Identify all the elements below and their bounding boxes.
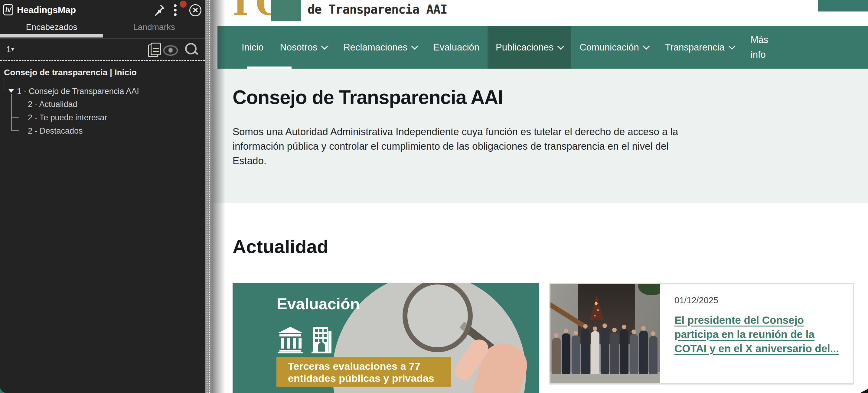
caret-down-icon: ▾: [11, 46, 14, 52]
nav-item-mas-info[interactable]: Más info: [743, 26, 789, 69]
document-title: Consejo de transparencia | Inicio: [4, 68, 137, 77]
tree-item-h2[interactable]: 2 - Destacados: [28, 126, 83, 136]
chevron-down-icon: [643, 43, 650, 50]
website-page: TC de Transparencia AAI Inicio Nosotros …: [212, 0, 868, 393]
nav-item-transparencia[interactable]: Transparencia: [657, 26, 743, 69]
eye-icon[interactable]: [163, 45, 178, 56]
nav-item-evaluacion[interactable]: Evaluación: [425, 26, 488, 69]
menu-kebab-icon[interactable]: [174, 4, 177, 17]
article-date: 01/12/2025: [675, 295, 718, 305]
close-icon[interactable]: ✕: [189, 4, 202, 16]
magnifier-icon: [403, 283, 473, 352]
banner-text: Terceras evaluaciones a 77 entidades púb…: [288, 360, 445, 384]
resize-grip-dots: [207, 0, 208, 393]
main-nav: Inicio Nosotros Reclamaciones Evaluación…: [217, 26, 868, 69]
notification-dot: [180, 1, 187, 7]
tree-connector: [11, 94, 12, 131]
divider: [0, 60, 205, 61]
nav-label: Evaluación: [433, 42, 479, 53]
tree-connector: [11, 117, 19, 118]
nav-label: Transparencia: [665, 42, 725, 53]
nav-item-publicaciones[interactable]: Publicaciones: [488, 26, 571, 69]
nav-item-comunicacion[interactable]: Comunicación: [571, 26, 657, 69]
panel-tabs: Encabezados Landmarks: [0, 21, 205, 39]
entity-icons: [278, 327, 332, 353]
copy-icon[interactable]: [148, 43, 161, 57]
tree-item-h2[interactable]: 2 - Te puede interesar: [28, 113, 107, 123]
site-header: TC de Transparencia AAI: [212, 0, 868, 26]
nav-item-inicio[interactable]: Inicio: [234, 26, 272, 69]
article-card[interactable]: 01/12/2025 El presidente del Consejo par…: [549, 283, 854, 385]
chevron-down-icon: [411, 43, 418, 50]
tab-encabezados[interactable]: Encabezados: [0, 22, 103, 32]
nav-label: Publicaciones: [496, 42, 554, 53]
nav-item-nosotros[interactable]: Nosotros: [272, 26, 335, 69]
nav-label: Comunicación: [580, 42, 639, 53]
headingsmap-panel: h/ HeadingsMap ✕ Encabezados Landmarks 1…: [0, 0, 205, 393]
bank-icon: [278, 327, 303, 353]
header-action-button[interactable]: [818, 0, 868, 11]
building-icon: [311, 327, 332, 353]
level-value: 1: [6, 44, 11, 54]
article-photo: [551, 284, 660, 383]
screen: TC de Transparencia AAI Inicio Nosotros …: [0, 0, 868, 393]
logo-square: [271, 0, 301, 21]
nav-item-reclamaciones[interactable]: Reclamaciones: [335, 26, 425, 69]
heading-level-selector[interactable]: 1▾: [6, 44, 14, 55]
section-title: Actualidad: [232, 236, 329, 257]
nav-label: Reclamaciones: [343, 42, 407, 53]
tree-item-h1[interactable]: 1 - Consejo de Transparencia AAI: [17, 87, 139, 96]
tree-connector: [11, 104, 19, 104]
tree-connector: [4, 78, 4, 91]
panel-title: HeadingsMap: [17, 5, 76, 15]
active-tab-underline: [0, 34, 103, 37]
headingsmap-logo-icon: h/: [3, 4, 13, 15]
feature-card-banner: Terceras evaluaciones a 77 entidades púb…: [276, 357, 451, 387]
pin-icon[interactable]: [152, 4, 165, 17]
search-icon[interactable]: [185, 42, 198, 57]
feature-card-evaluacion[interactable]: Evaluación: [232, 283, 539, 393]
tab-landmarks[interactable]: Landmarks: [103, 22, 205, 32]
tree-connector: [11, 130, 19, 131]
photo-group-of-people: [552, 323, 658, 374]
chevron-down-icon: [728, 43, 735, 50]
nav-label: Más info: [751, 33, 781, 62]
feature-card-title: Evaluación: [277, 295, 360, 313]
tree-connector: [4, 91, 8, 91]
nav-label: Nosotros: [280, 42, 317, 53]
photo-plant: [638, 284, 660, 295]
news-cards-row: Evaluación: [232, 283, 854, 393]
tree-item-h2[interactable]: 2 - Actualidad: [28, 100, 78, 109]
photo-lights: [595, 302, 598, 305]
hero-section: Consejo de Transparencia AAI Somos una A…: [212, 69, 868, 203]
article-headline-link[interactable]: El presidente del Consejo participa en l…: [675, 313, 844, 356]
chevron-down-icon: [321, 43, 328, 50]
news-section: Actualidad Evaluación: [212, 203, 868, 393]
page-title: Consejo de Transparencia AAI: [232, 86, 503, 108]
logo-text: de Transparencia AAI: [308, 2, 447, 16]
nav-label: Inicio: [242, 42, 264, 53]
resize-grip-dots: [209, 0, 210, 393]
hero-description: Somos una Autoridad Administrativa Indep…: [232, 125, 685, 168]
chevron-down-icon: [557, 43, 564, 50]
panel-resize-handle[interactable]: [205, 0, 213, 393]
tree-collapse-caret[interactable]: [8, 89, 14, 93]
